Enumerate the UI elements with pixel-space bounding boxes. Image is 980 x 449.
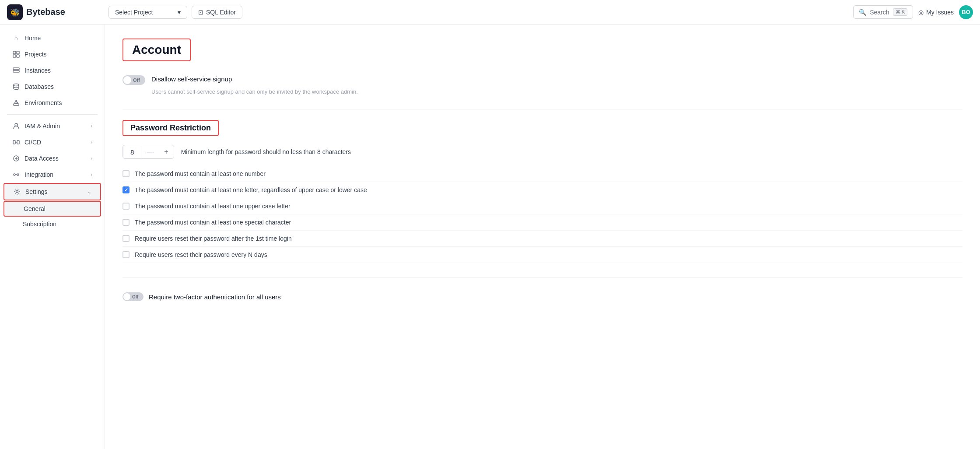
databases-icon [12,83,20,91]
stepper-decrement-button[interactable]: — [141,145,159,158]
chevron-right-icon: › [91,123,92,129]
iam-icon [12,122,20,130]
sidebar-item-settings-label: Settings [25,188,48,195]
stepper-increment-button[interactable]: + [159,145,173,158]
sidebar-item-iam-admin[interactable]: IAM & Admin › [4,118,101,134]
password-restriction-title: Password Restriction [130,123,211,132]
chevron-down-icon: ▾ [178,9,181,16]
user-avatar[interactable]: BO [959,5,973,19]
stepper-value: 8 [123,146,141,158]
sidebar-item-integration[interactable]: Integration › [4,167,101,182]
chevron-right-icon-cicd: › [91,139,92,145]
topbar: 🐝 Bytebase Select Project ▾ ⊡ SQL Editor… [0,0,980,25]
svg-point-8 [14,84,19,86]
sql-editor-button[interactable]: ⊡ SQL Editor [192,6,242,19]
sidebar-item-environments[interactable]: Environments [4,95,101,111]
svg-rect-5 [17,55,19,57]
avatar-text: BO [962,9,970,15]
sidebar-sub-item-subscription-label: Subscription [23,221,56,228]
svg-point-15 [14,174,15,175]
disallow-signup-description: Users cannot self-service signup and can… [151,88,962,95]
password-restriction-section: Password Restriction 8 — + Minimum lengt… [122,120,962,263]
checkbox-require-number-input[interactable] [122,170,130,177]
checkbox-require-reset-first-label: Require users reset their password after… [135,235,292,242]
sidebar-item-databases-label: Databases [24,83,54,90]
sidebar: ⌂ Home Projects Instances Databases En [0,25,105,449]
svg-rect-7 [13,70,19,72]
section-divider-2 [122,277,962,277]
chevron-right-icon-da: › [91,155,92,161]
main-content: Account Off Disallow self-service signup… [105,25,980,449]
integration-icon [12,171,20,179]
chevron-right-icon-int: › [91,172,92,178]
search-label: Search [870,9,889,16]
sidebar-sub-item-general[interactable]: General [4,201,101,217]
min-length-stepper: 8 — + [122,145,174,159]
checkbox-require-upper: The password must contain at least one u… [122,198,962,214]
svg-rect-14 [17,140,19,144]
svg-point-12 [15,123,18,126]
disallow-signup-toggle[interactable]: Off [122,75,145,85]
checkbox-require-special-input[interactable] [122,219,130,226]
toggle2-knob [123,293,130,300]
min-length-text: Minimum length for password should no le… [181,148,351,155]
sidebar-item-integration-label: Integration [24,171,53,178]
section-divider [122,109,962,109]
sidebar-item-databases[interactable]: Databases [4,79,101,95]
sql-editor-icon: ⊡ [198,9,203,16]
min-length-row: 8 — + Minimum length for password should… [122,145,962,159]
projects-icon [12,50,20,58]
sidebar-item-instances[interactable]: Instances [4,63,101,78]
svg-text:🐝: 🐝 [10,8,20,18]
checkbox-require-upper-input[interactable] [122,203,130,210]
toggle2-off-label: Off [132,295,138,299]
search-box[interactable]: 🔍 Search ⌘ K [853,5,913,19]
sidebar-item-data-access-label: Data Access [24,155,59,162]
sidebar-sub-item-general-label: General [24,205,46,212]
sidebar-item-projects[interactable]: Projects [4,46,101,62]
sidebar-divider-1 [7,114,98,115]
svg-rect-11 [16,100,17,102]
two-factor-toggle[interactable]: Off [122,292,144,301]
password-restriction-title-box: Password Restriction [122,120,219,136]
checkbox-require-reset-n-days-input[interactable] [122,251,130,258]
sidebar-item-environments-label: Environments [24,99,62,106]
sidebar-sub-item-subscription[interactable]: Subscription [4,217,101,231]
home-icon: ⌂ [12,34,20,42]
logo-area: 🐝 Bytebase [7,4,103,20]
checkbox-require-letter-label: The password must contain at least one l… [135,186,367,193]
environments-icon [12,99,20,107]
data-access-icon [12,154,20,162]
disallow-signup-toggle-row: Off Disallow self-service signup [122,75,962,85]
checkbox-require-letter-input[interactable]: ✓ [122,186,130,193]
instances-icon [12,67,20,74]
sidebar-item-data-access[interactable]: Data Access › [4,151,101,166]
topbar-right: 🔍 Search ⌘ K ◎ My Issues BO [853,5,973,19]
topbar-middle: Select Project ▾ ⊡ SQL Editor [108,6,848,19]
sql-editor-label: SQL Editor [206,9,236,16]
page-title-box: Account [122,39,191,61]
cicd-icon [12,138,20,146]
my-issues-button[interactable]: ◎ My Issues [918,9,954,16]
sidebar-item-iam-label: IAM & Admin [24,123,60,130]
select-project-dropdown[interactable]: Select Project ▾ [108,6,187,19]
sidebar-item-home[interactable]: ⌂ Home [4,30,101,46]
disallow-signup-section: Off Disallow self-service signup Users c… [122,75,962,95]
search-shortcut: ⌘ K [893,8,907,16]
sidebar-item-settings[interactable]: Settings ⌄ [4,183,101,200]
toggle-off-label: Off [133,77,140,83]
checkbox-require-reset-first: Require users reset their password after… [122,231,962,247]
main-layout: ⌂ Home Projects Instances Databases En [0,25,980,449]
sidebar-item-cicd[interactable]: CI/CD › [4,134,101,150]
settings-icon [13,188,21,196]
svg-point-17 [16,191,18,193]
page-title: Account [132,43,181,56]
checkbox-require-reset-first-input[interactable] [122,235,130,242]
svg-rect-13 [13,140,15,144]
chevron-down-icon-settings: ⌄ [87,189,91,195]
logo-text: Bytebase [26,7,65,17]
checkbox-require-special: The password must contain at least one s… [122,214,962,231]
checkbox-require-number: The password must contain at least one n… [122,166,962,182]
toggle-knob [123,76,131,84]
checkbox-require-reset-n-days: Require users reset their password every… [122,247,962,263]
